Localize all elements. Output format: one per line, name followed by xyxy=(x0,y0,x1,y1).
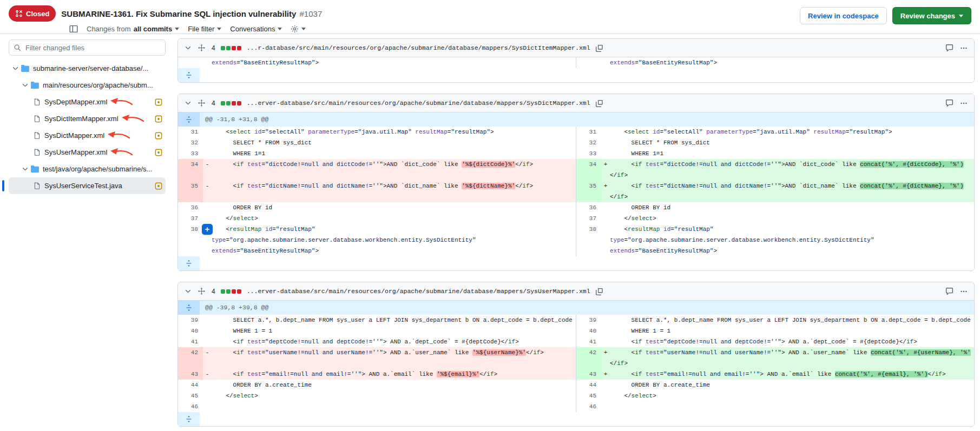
line-number[interactable]: 33 xyxy=(576,148,601,159)
collapse-file-button[interactable] xyxy=(183,43,193,52)
expand-hunk-button[interactable] xyxy=(178,112,200,127)
line-number[interactable]: 39 xyxy=(178,315,203,326)
drag-handle-icon[interactable] xyxy=(197,98,206,108)
line-number[interactable]: 42 xyxy=(576,347,601,369)
line-number[interactable]: 41 xyxy=(576,336,601,347)
expand-hunk-button[interactable] xyxy=(178,301,200,315)
expand-diff-button[interactable] xyxy=(178,256,200,270)
file-path: ...erver-database/src/main/resources/org… xyxy=(247,100,590,107)
line-number[interactable]: 36 xyxy=(576,202,601,213)
diff-row: 4646 xyxy=(178,401,974,412)
code-line: <if test="dictCode!=null and dictCode!='… xyxy=(610,159,974,181)
diff-file-header: 4...r-database/src/main/resources/org/ap… xyxy=(178,39,974,57)
add-comment-button[interactable]: + xyxy=(202,224,213,235)
line-number[interactable]: 37 xyxy=(178,213,203,224)
line-number[interactable]: 43 xyxy=(178,369,203,380)
sidebar-toggle-button[interactable] xyxy=(69,25,78,33)
collapse-file-button[interactable] xyxy=(183,98,193,108)
line-number[interactable]: 46 xyxy=(576,401,601,412)
code-line: <if test="email!=null and email!=''"> AN… xyxy=(212,369,576,380)
sidebar-folder-item[interactable]: test/java/org/apache/submarine/s... xyxy=(9,161,166,177)
line-number[interactable]: 35 xyxy=(576,181,601,202)
line-number[interactable]: 32 xyxy=(576,137,601,148)
line-number[interactable]: 39 xyxy=(576,315,601,326)
diff-body: @@ -31,8 +31,8 @@31 <select id="selectAl… xyxy=(178,112,974,270)
line-number[interactable]: 41 xyxy=(178,336,203,347)
review-changes-button[interactable]: Review changes xyxy=(892,7,971,24)
file-filter-dropdown[interactable]: File filter xyxy=(188,25,221,33)
code-line: ORDER BY a.create_time xyxy=(610,380,974,390)
diffstat xyxy=(220,46,241,50)
sidebar-folder-item[interactable]: submarine-server/server-database/... xyxy=(9,60,166,77)
line-number[interactable]: 34 xyxy=(576,159,601,181)
comment-button[interactable] xyxy=(944,43,955,53)
diff-cell-l: 41 <if test="deptCode!=null and deptCode… xyxy=(178,336,576,347)
line-number[interactable]: 45 xyxy=(576,390,601,401)
diff-cell-l: 45 </select> xyxy=(178,390,576,401)
diff-cell-l: 36 ORDER BY id xyxy=(178,202,576,213)
chevron-down-icon xyxy=(301,28,306,30)
drag-handle-icon[interactable] xyxy=(197,287,206,296)
chevron-down-icon xyxy=(175,28,179,30)
collapse-file-button[interactable] xyxy=(183,287,193,296)
diff-cell-r: 34+ <if test="dictCode!=null and dictCod… xyxy=(576,159,974,181)
diff-settings-dropdown[interactable] xyxy=(291,25,306,33)
diff-cell-r: 42+ <if test="userName!=null and userNam… xyxy=(576,347,974,369)
line-number[interactable]: 33 xyxy=(178,148,203,159)
review-in-codespace-button[interactable]: Review in codespace xyxy=(800,7,887,24)
line-number[interactable]: 43 xyxy=(576,369,601,380)
chevron-down-icon xyxy=(22,165,29,173)
diff-marker xyxy=(203,315,212,326)
line-number[interactable]: 32 xyxy=(178,137,203,148)
expand-diff-button[interactable] xyxy=(178,68,200,82)
line-number[interactable]: 42 xyxy=(178,347,203,369)
sidebar-file-item[interactable]: SysDictItemMapper.xml xyxy=(9,110,166,127)
line-number[interactable]: 45 xyxy=(178,390,203,401)
copy-path-button[interactable] xyxy=(595,43,604,53)
comment-button[interactable] xyxy=(944,98,955,108)
comment-button[interactable] xyxy=(944,286,955,296)
file-menu-button[interactable] xyxy=(959,98,969,108)
sidebar-file-item[interactable]: SysDeptMapper.xml xyxy=(9,94,166,110)
copy-path-button[interactable] xyxy=(595,287,604,296)
diff-marker: + xyxy=(601,181,610,202)
filter-files-input[interactable] xyxy=(9,39,166,56)
line-number[interactable]: 31 xyxy=(576,127,601,137)
conversations-dropdown[interactable]: Conversations xyxy=(230,25,282,33)
line-number[interactable]: 44 xyxy=(178,380,203,390)
expand-diff-button[interactable] xyxy=(178,412,200,426)
diffstat xyxy=(220,101,241,105)
code-line: WHERE 1=1 xyxy=(212,148,576,159)
diffstat-block-add xyxy=(221,289,225,294)
file-menu-button[interactable] xyxy=(959,43,969,53)
line-number[interactable]: 40 xyxy=(576,326,601,336)
line-number[interactable]: 40 xyxy=(178,326,203,336)
changes-from-dropdown[interactable]: Changes from all commits xyxy=(87,25,179,33)
code-line: WHERE 1 = 1 xyxy=(610,326,974,336)
tree-item-label: test/java/org/apache/submarine/s... xyxy=(43,165,152,173)
line-number[interactable]: 44 xyxy=(576,380,601,390)
line-number[interactable]: 35 xyxy=(178,181,203,202)
line-number[interactable]: 38 xyxy=(576,224,601,256)
line-number[interactable] xyxy=(178,57,203,68)
diff-marker xyxy=(203,380,212,390)
diff-cell-l: extends="BaseEntityResultMap"> xyxy=(178,57,576,68)
diffstat-block-del xyxy=(232,46,236,50)
code-line: <select id="selectAll" parameterType="ja… xyxy=(212,127,576,137)
line-number[interactable] xyxy=(576,57,601,68)
line-number[interactable]: 37 xyxy=(576,213,601,224)
sidebar-file-item[interactable]: SysUserMapper.xml xyxy=(9,144,166,161)
code-line: <resultMap id="resultMap"type="org.apach… xyxy=(212,224,576,256)
drag-handle-icon[interactable] xyxy=(197,43,206,52)
sidebar-file-item[interactable]: SysUserServiceTest.java xyxy=(9,177,166,194)
file-menu-button[interactable] xyxy=(959,287,969,296)
line-number[interactable]: 36 xyxy=(178,202,203,213)
diff-row: 45 </select>45 </select> xyxy=(178,390,974,401)
line-number[interactable]: 34 xyxy=(178,159,203,181)
sidebar-folder-item[interactable]: main/resources/org/apache/subm... xyxy=(9,77,166,94)
line-number[interactable]: 46 xyxy=(178,401,203,412)
line-number[interactable]: 38 xyxy=(178,224,203,256)
copy-path-button[interactable] xyxy=(595,98,604,108)
line-number[interactable]: 31 xyxy=(178,127,203,137)
sidebar-file-item[interactable]: SysDictMapper.xml xyxy=(9,127,166,144)
